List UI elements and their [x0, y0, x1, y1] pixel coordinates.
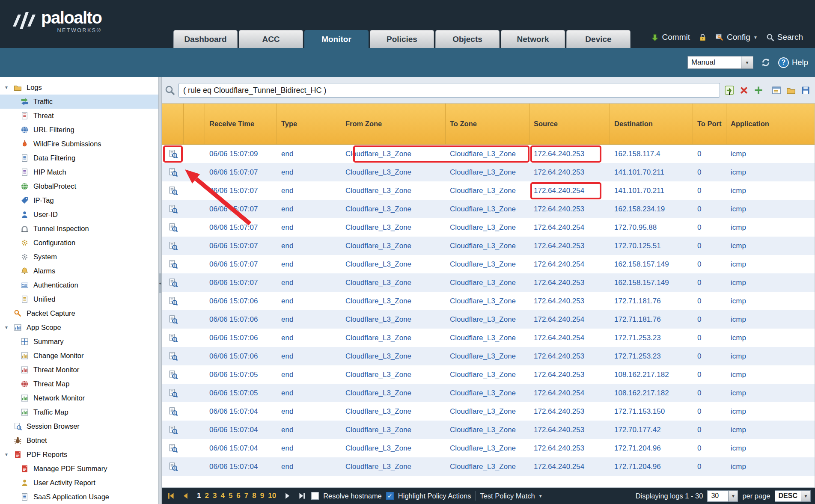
cell-to-port[interactable]: 0	[693, 297, 726, 305]
tab-network[interactable]: Network	[501, 30, 565, 48]
cell-to-zone[interactable]: Cloudflare_L3_Zone	[446, 334, 529, 342]
log-detail-icon[interactable]	[162, 205, 184, 213]
cell-source[interactable]: 172.64.240.254	[529, 260, 610, 269]
cell-destination[interactable]: 172.70.95.88	[610, 223, 693, 232]
cell-action[interactable]: a	[810, 462, 815, 471]
cell-to-port[interactable]: 0	[693, 205, 726, 213]
next-page-button[interactable]	[282, 491, 292, 501]
cell-to-port[interactable]: 0	[693, 150, 726, 158]
log-detail-icon[interactable]	[162, 260, 184, 269]
cell-from-zone[interactable]: Cloudflare_L3_Zone	[341, 260, 446, 269]
cell-from-zone[interactable]: Cloudflare_L3_Zone	[341, 242, 446, 250]
cell-source[interactable]: 172.64.240.254	[529, 187, 610, 195]
cell-application[interactable]: icmp	[726, 352, 810, 361]
cell-action[interactable]: a	[810, 260, 815, 269]
sidebar-item-change-monitor[interactable]: Change Monitor	[0, 349, 158, 363]
cell-source[interactable]: 172.64.240.254	[529, 462, 610, 471]
cell-from-zone[interactable]: Cloudflare_L3_Zone	[341, 389, 446, 397]
log-detail-icon[interactable]	[162, 425, 184, 434]
cell-source[interactable]: 172.64.240.254	[529, 315, 610, 324]
cell-action[interactable]: a	[810, 187, 815, 195]
commit-button[interactable]: Commit	[651, 33, 690, 42]
cell-application[interactable]: icmp	[726, 279, 810, 287]
cell-application[interactable]: icmp	[726, 389, 810, 397]
cell-from-zone[interactable]: Cloudflare_L3_Zone	[341, 462, 446, 471]
cell-source[interactable]: 172.64.240.253	[529, 205, 610, 213]
sidebar-item-logs[interactable]: ▼Logs	[0, 80, 158, 95]
cell-to-zone[interactable]: Cloudflare_L3_Zone	[446, 260, 529, 269]
cell-action[interactable]: a	[810, 426, 815, 434]
cell-from-zone[interactable]: Cloudflare_L3_Zone	[341, 407, 446, 416]
cell-to-port[interactable]: 0	[693, 407, 726, 416]
page-number-2[interactable]: 2	[205, 492, 208, 500]
page-number-5[interactable]: 5	[229, 492, 232, 500]
cell-to-zone[interactable]: Cloudflare_L3_Zone	[446, 389, 529, 397]
cell-from-zone[interactable]: Cloudflare_L3_Zone	[341, 334, 446, 342]
page-number-10[interactable]: 10	[268, 492, 276, 500]
cell-to-port[interactable]: 0	[693, 168, 726, 177]
cell-to-port[interactable]: 0	[693, 352, 726, 361]
cell-destination[interactable]: 162.158.157.149	[610, 260, 693, 269]
cell-to-zone[interactable]: Cloudflare_L3_Zone	[446, 150, 529, 158]
cell-to-zone[interactable]: Cloudflare_L3_Zone	[446, 444, 529, 453]
cell-source[interactable]: 172.64.240.253	[529, 150, 610, 158]
cell-from-zone[interactable]: Cloudflare_L3_Zone	[341, 168, 446, 177]
cell-action[interactable]: a	[810, 205, 815, 213]
clear-filter-button[interactable]	[738, 84, 750, 97]
cell-to-port[interactable]: 0	[693, 260, 726, 269]
sidebar-item-hip-match[interactable]: HIP Match	[0, 165, 158, 179]
sidebar-item-manage-pdf-summary[interactable]: Manage PDF Summary	[0, 462, 158, 476]
commit-interval-select[interactable]: Manual ▼	[687, 56, 753, 69]
sidebar-item-wildfire-submissions[interactable]: WildFire Submissions	[0, 137, 158, 151]
cell-source[interactable]: 172.64.240.253	[529, 168, 610, 177]
log-detail-icon[interactable]	[162, 333, 184, 342]
cell-source[interactable]: 172.64.240.254	[529, 223, 610, 232]
highlight-policy-actions-checkbox[interactable]: ✓	[386, 492, 394, 500]
search-button[interactable]: Search	[766, 33, 803, 42]
cell-destination[interactable]: 172.71.181.76	[610, 315, 693, 324]
cell-application[interactable]: icmp	[726, 444, 810, 453]
cell-source[interactable]: 172.64.240.253	[529, 407, 610, 416]
cell-application[interactable]: icmp	[726, 223, 810, 232]
cell-application[interactable]: icmp	[726, 297, 810, 305]
previous-page-button[interactable]	[181, 491, 191, 501]
cell-to-zone[interactable]: Cloudflare_L3_Zone	[446, 315, 529, 324]
cell-action[interactable]: a	[810, 352, 815, 361]
cell-from-zone[interactable]: Cloudflare_L3_Zone	[341, 223, 446, 232]
cell-action[interactable]: a	[810, 334, 815, 342]
cell-to-port[interactable]: 0	[693, 279, 726, 287]
page-number-7[interactable]: 7	[244, 492, 248, 500]
sidebar-item-user-id[interactable]: User-ID	[0, 208, 158, 222]
column-header-to-zone[interactable]: To Zone	[446, 104, 529, 144]
tab-monitor[interactable]: Monitor	[304, 30, 369, 48]
cell-source[interactable]: 172.64.240.253	[529, 279, 610, 287]
cell-to-zone[interactable]: Cloudflare_L3_Zone	[446, 371, 529, 379]
log-detail-icon[interactable]	[162, 223, 184, 232]
column-header-source[interactable]: Source	[529, 104, 610, 144]
sidebar-item-globalprotect[interactable]: GlobalProtect	[0, 179, 158, 193]
cell-destination[interactable]: 108.162.217.182	[610, 389, 693, 397]
column-header-action[interactable]: A	[810, 104, 815, 144]
sidebar-item-session-browser[interactable]: Session Browser	[0, 419, 158, 433]
tab-dashboard[interactable]: Dashboard	[173, 30, 238, 48]
cell-to-port[interactable]: 0	[693, 223, 726, 232]
cell-action[interactable]: a	[810, 297, 815, 305]
cell-destination[interactable]: 162.158.157.149	[610, 279, 693, 287]
expand-triangle-icon[interactable]: ▼	[4, 85, 14, 90]
cell-destination[interactable]: 162.158.234.19	[610, 205, 693, 213]
cell-destination[interactable]: 172.71.204.96	[610, 462, 693, 471]
cell-application[interactable]: icmp	[726, 371, 810, 379]
cell-to-port[interactable]: 0	[693, 334, 726, 342]
tab-acc[interactable]: ACC	[239, 30, 303, 48]
cell-destination[interactable]: 172.71.253.23	[610, 352, 693, 361]
sidebar-item-threat-map[interactable]: Threat Map	[0, 377, 158, 391]
cell-to-port[interactable]: 0	[693, 371, 726, 379]
tab-objects[interactable]: Objects	[435, 30, 500, 48]
cell-application[interactable]: icmp	[726, 205, 810, 213]
column-header-application[interactable]: Application	[726, 104, 810, 144]
filter-query-input[interactable]	[178, 83, 720, 98]
sidebar-item-alarms[interactable]: Alarms	[0, 264, 158, 278]
cell-destination[interactable]: 172.71.181.76	[610, 297, 693, 305]
cell-application[interactable]: icmp	[726, 260, 810, 269]
sidebar-item-url-filtering[interactable]: URL Filtering	[0, 123, 158, 137]
